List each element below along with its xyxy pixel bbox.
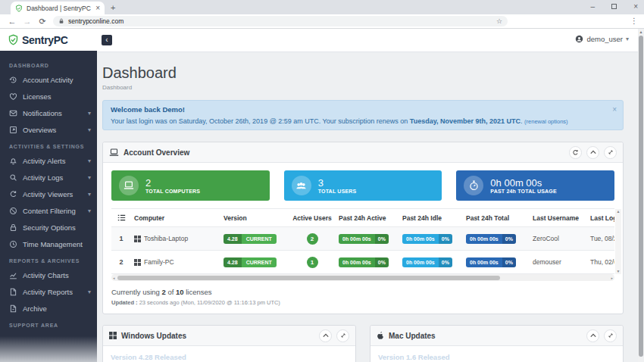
scroll-right-icon[interactable]: ▸ (611, 276, 613, 280)
maximize-icon[interactable] (611, 4, 617, 9)
sidebar-item-notifications[interactable]: Notifications ▾ (0, 105, 97, 121)
page-scroll-thumb[interactable] (639, 36, 643, 357)
sidebar-item-licenses[interactable]: Licenses (0, 88, 97, 105)
past24-total-cell: 0h 00m 00s0% (463, 234, 530, 244)
chevron-down-icon: ▾ (88, 126, 91, 133)
laptop-icon (109, 148, 119, 157)
expand-panel-button[interactable] (604, 146, 617, 159)
active-pct: 0% (375, 257, 389, 267)
sidebar-collapse-button[interactable]: ‹ (102, 35, 112, 45)
collapse-panel-button[interactable] (319, 329, 332, 342)
sidebar-item-activity-viewers[interactable]: Activity Viewers ▾ (0, 186, 97, 202)
url-text: sentrypconline.com (68, 17, 492, 25)
table-vertical-scrollbar[interactable]: ▲ ▼ (615, 209, 621, 274)
welcome-alert: Welcome back Demo! Your last login was o… (102, 100, 624, 130)
refresh-panel-button[interactable] (569, 146, 582, 159)
sentrypc-logo[interactable]: SentryPC (0, 29, 97, 51)
back-icon[interactable]: ← (5, 17, 20, 26)
sidebar-fade (0, 336, 97, 362)
sidebar-item-account-activity[interactable]: Account Activity (0, 71, 97, 88)
page-scrollbar[interactable]: ▲ (638, 29, 644, 362)
bookmark-star-icon[interactable]: ☆ (496, 17, 502, 25)
version-cell: 4.28CURRENT (220, 234, 289, 244)
expand-panel-button[interactable] (604, 329, 617, 342)
sidebar-item-time-management[interactable]: Time Management (0, 236, 97, 252)
col-active-users[interactable]: Active Users (289, 214, 336, 222)
sidebar-item-activity-charts[interactable]: Activity Charts (0, 267, 97, 283)
envelope-icon (9, 109, 17, 117)
browser-window: Dashboard | SentryPC × + – × ← → ⟳ sentr… (0, 0, 644, 362)
sidebar-item-content-filtering[interactable]: Content Filtering ▾ (0, 202, 97, 219)
table-horizontal-scrollbar[interactable]: ◂ ▸ (111, 274, 614, 281)
license-text: licenses (184, 288, 212, 296)
users-icon (292, 176, 311, 195)
total-time: 0h 00m 00s (466, 234, 502, 244)
user-menu[interactable]: demo_user ▾ (575, 35, 629, 43)
sidebar-item-overviews[interactable]: Overviews ▾ (0, 121, 97, 138)
window-close-icon[interactable]: × (633, 3, 638, 11)
col-version[interactable]: Version (220, 214, 289, 222)
new-tab-icon[interactable]: + (111, 3, 115, 12)
windows-icon (134, 259, 141, 266)
chevron-down-icon: ▾ (88, 158, 91, 164)
total-users-label: TOTAL USERS (318, 189, 357, 194)
history-icon (9, 76, 17, 84)
last-login-cell: Tue, 08/26/14 @ (587, 235, 614, 242)
lock-icon (9, 223, 17, 232)
app-topbar: ‹ demo_user ▾ (97, 29, 638, 52)
sidebar-item-archive[interactable]: Archive (0, 300, 97, 317)
minimize-icon[interactable]: – (591, 3, 596, 11)
browser-tab[interactable]: Dashboard | SentryPC × (11, 2, 105, 14)
scroll-down-icon[interactable]: ▼ (617, 269, 621, 274)
nav-section-dashboard: DASHBOARD (0, 57, 97, 71)
sidebar-item-label: Activity Reports (23, 288, 83, 296)
scroll-up-icon[interactable]: ▲ (617, 209, 621, 214)
sidebar-item-activity-logs[interactable]: Activity Logs ▾ (0, 169, 97, 186)
reload-icon[interactable]: ⟳ (35, 17, 50, 27)
sidebar-item-activity-reports[interactable]: Activity Reports ▾ (0, 283, 97, 300)
updated-label: Updated : (111, 299, 138, 306)
active-time-badge: 0h 00m 00s0% (339, 234, 389, 244)
table-header-row: Computer Version Active Users Past 24h A… (111, 209, 614, 227)
user-icon (575, 35, 583, 43)
expand-panel-button[interactable] (336, 329, 349, 342)
horizontal-scroll-thumb[interactable] (117, 276, 500, 280)
browser-menu-icon[interactable]: ⋮ (630, 17, 638, 25)
panel-title: Mac Updates (389, 332, 582, 340)
past24h-usage-card: 0h 00m 00s PAST 24h TOTAL USAGE (456, 170, 614, 201)
forward-icon[interactable]: → (20, 17, 35, 26)
scroll-left-icon[interactable]: ◂ (113, 276, 115, 280)
licenses-icon (9, 92, 17, 101)
last-username-cell: demouser (530, 258, 587, 266)
col-past24-idle[interactable]: Past 24h Idle (399, 214, 463, 222)
alert-close-icon[interactable]: × (612, 105, 617, 114)
updates-row: Windows Updates Version 4.28 Released Ma… (102, 325, 624, 362)
table-row[interactable]: 1 Toshiba-Laptop 4.28CURRENT 2 0h 00m 00… (111, 227, 614, 251)
windows-updates-panel: Windows Updates Version 4.28 Released (102, 325, 356, 362)
mac-version-link[interactable]: Version 1.6 Released (378, 353, 450, 361)
col-last-login[interactable]: Last Login (587, 214, 614, 222)
sidebar-item-activity-alerts[interactable]: Activity Alerts ▾ (0, 152, 97, 169)
collapse-panel-button[interactable] (586, 329, 599, 342)
renewal-options-link[interactable]: (renewal options) (524, 118, 568, 125)
col-past24-active[interactable]: Past 24h Active (336, 214, 399, 222)
col-past24-total[interactable]: Past 24h Total (463, 214, 530, 222)
tab-title: Dashboard | SentryPC (27, 5, 92, 12)
alert-title: Welcome back Demo! (111, 105, 615, 114)
total-users-card: 3 TOTAL USERS (284, 170, 442, 201)
panel-title: Account Overview (123, 148, 564, 157)
page-content: Dashboard Dashboard Welcome back Demo! Y… (97, 52, 638, 362)
windows-icon (109, 332, 117, 339)
url-bar[interactable]: sentrypconline.com ☆ (53, 16, 508, 27)
col-last-username[interactable]: Last Username (530, 214, 587, 222)
scroll-up-icon[interactable]: ▲ (638, 29, 644, 35)
collapse-panel-button[interactable] (586, 146, 599, 159)
table-row[interactable]: 2 Family-PC 4.28CURRENT 1 0h 00m 00s0% 0… (111, 251, 614, 274)
idle-time: 0h 00m 00s (402, 234, 439, 244)
windows-version-link[interactable]: Version 4.28 Released (111, 353, 186, 361)
total-time: 0h 00m 00s (466, 257, 502, 267)
col-computer[interactable]: Computer (131, 214, 220, 222)
sidebar-item-security-options[interactable]: Security Options (0, 219, 97, 236)
tab-close-icon[interactable]: × (95, 5, 100, 12)
logo-shield-icon (8, 34, 19, 45)
